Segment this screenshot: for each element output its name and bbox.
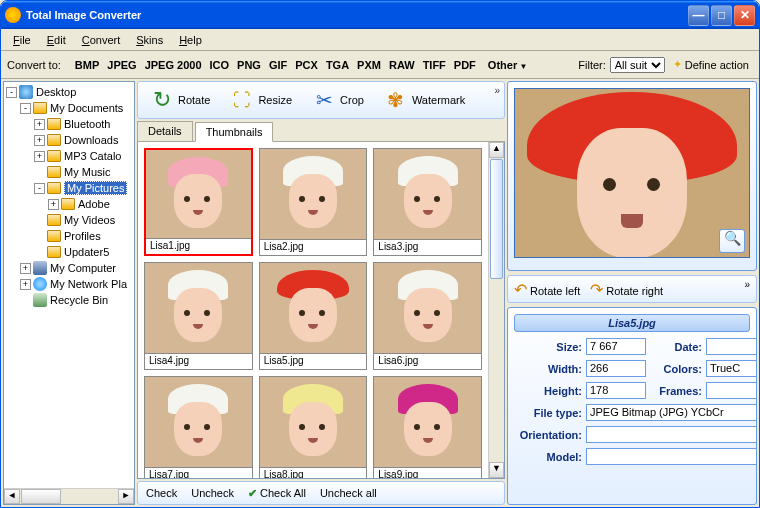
thumbnail-item[interactable]: Lisa3.jpg [373, 148, 482, 256]
expand-icon[interactable]: + [34, 119, 45, 130]
check-button[interactable]: Check [146, 487, 177, 499]
format-gif[interactable]: GIF [265, 57, 291, 73]
comp-icon [33, 261, 47, 275]
expand-icon[interactable]: + [48, 199, 59, 210]
folder-icon [47, 246, 61, 258]
format-jpeg2000[interactable]: JPEG 2000 [141, 57, 206, 73]
toolbar-chevron-icon[interactable]: » [494, 85, 500, 96]
format-tga[interactable]: TGA [322, 57, 353, 73]
rotate-icon: ↻ [150, 88, 174, 112]
menu-help[interactable]: Help [171, 31, 210, 49]
titlebar[interactable]: Total Image Converter — □ ✕ [1, 1, 759, 29]
operations-toolbar: ↻Rotate ⛶Resize ✂Crop ✾Watermark » [137, 81, 505, 119]
format-ico[interactable]: ICO [206, 57, 234, 73]
scroll-up-arrow[interactable]: ▲ [489, 142, 504, 158]
uncheck-button[interactable]: Uncheck [191, 487, 234, 499]
orientation-label: Orientation: [514, 429, 582, 441]
tree-item[interactable]: -My Documents [6, 100, 132, 116]
tree-item[interactable]: -My Pictures [6, 180, 132, 196]
format-png[interactable]: PNG [233, 57, 265, 73]
tree-item[interactable]: My Music [6, 164, 132, 180]
expand-icon[interactable]: + [34, 135, 45, 146]
rotate-left-button[interactable]: ↶ Rotate left [514, 280, 580, 299]
watermark-button[interactable]: ✾Watermark [378, 86, 471, 114]
tree-item-label: Bluetooth [64, 118, 110, 130]
thumbnail-item[interactable]: Lisa8.jpg [259, 376, 368, 478]
width-label: Width: [514, 363, 582, 375]
minimize-button[interactable]: — [688, 5, 709, 26]
expand-icon[interactable]: + [20, 279, 31, 290]
thumbnail-caption: Lisa9.jpg [374, 467, 481, 478]
scroll-thumb[interactable] [21, 489, 61, 504]
tree-horizontal-scrollbar[interactable]: ◄ ► [4, 488, 134, 504]
tab-details[interactable]: Details [137, 121, 193, 141]
menu-convert[interactable]: Convert [74, 31, 129, 49]
define-action-button[interactable]: ✦Define action [669, 56, 753, 73]
expand-icon[interactable]: + [20, 263, 31, 274]
tree-item[interactable]: Updater5 [6, 244, 132, 260]
tree-item[interactable]: +MP3 Catalo [6, 148, 132, 164]
tree-item[interactable]: Profiles [6, 228, 132, 244]
thumbnail-item[interactable]: Lisa1.jpg [144, 148, 253, 256]
format-pxm[interactable]: PXM [353, 57, 385, 73]
folder-icon [47, 230, 61, 242]
format-jpeg[interactable]: JPEG [103, 57, 140, 73]
expand-icon[interactable]: + [34, 151, 45, 162]
filter-select[interactable]: All suit [610, 57, 665, 73]
tree-item[interactable]: +My Computer [6, 260, 132, 276]
net-icon [33, 277, 47, 291]
thumbnail-item[interactable]: Lisa7.jpg [144, 376, 253, 478]
format-pdf[interactable]: PDF [450, 57, 480, 73]
thumbnail-item[interactable]: Lisa2.jpg [259, 148, 368, 256]
format-bmp[interactable]: BMP [71, 57, 103, 73]
thumbnail-image [260, 149, 367, 239]
check-all-button[interactable]: ✔ Check All [248, 487, 306, 500]
resize-button[interactable]: ⛶Resize [224, 86, 298, 114]
uncheck-all-button[interactable]: Uncheck all [320, 487, 377, 499]
format-tiff[interactable]: TIFF [419, 57, 450, 73]
scroll-down-arrow[interactable]: ▼ [489, 462, 504, 478]
tree-item[interactable]: +Downloads [6, 132, 132, 148]
close-button[interactable]: ✕ [734, 5, 755, 26]
thumbnails-grid: Lisa1.jpgLisa2.jpgLisa3.jpgLisa4.jpgLisa… [138, 142, 488, 478]
tree-item-label: Downloads [64, 134, 118, 146]
scroll-right-arrow[interactable]: ► [118, 489, 134, 504]
tree-item[interactable]: +Adobe [6, 196, 132, 212]
thumbnail-item[interactable]: Lisa5.jpg [259, 262, 368, 370]
folder-icon [47, 166, 61, 178]
center-panel: ↻Rotate ⛶Resize ✂Crop ✾Watermark » Detai… [137, 81, 505, 505]
menu-file[interactable]: File [5, 31, 39, 49]
height-value: 178 [586, 382, 646, 399]
tree-item[interactable]: Recycle Bin [6, 292, 132, 308]
scroll-thumb[interactable] [490, 159, 503, 279]
format-pcx[interactable]: PCX [291, 57, 322, 73]
tree-item[interactable]: My Videos [6, 212, 132, 228]
folder-tree-panel[interactable]: - Desktop -My Documents+Bluetooth+Downlo… [3, 81, 135, 505]
tree-item[interactable]: +My Network Pla [6, 276, 132, 292]
other-formats-button[interactable]: Other [484, 57, 531, 73]
menu-edit[interactable]: Edit [39, 31, 74, 49]
tree-item[interactable]: +Bluetooth [6, 116, 132, 132]
thumbnail-caption: Lisa4.jpg [145, 353, 252, 369]
menu-skins[interactable]: Skins [128, 31, 171, 49]
zoom-button[interactable]: 🔍 [719, 229, 745, 253]
scroll-left-arrow[interactable]: ◄ [4, 489, 20, 504]
thumbnail-item[interactable]: Lisa9.jpg [373, 376, 482, 478]
collapse-icon[interactable]: - [34, 183, 45, 194]
collapse-icon[interactable]: - [6, 87, 17, 98]
rotate-left-icon: ↶ [514, 281, 527, 298]
thumbnail-item[interactable]: Lisa6.jpg [373, 262, 482, 370]
thumbnail-item[interactable]: Lisa4.jpg [144, 262, 253, 370]
collapse-icon[interactable]: - [20, 103, 31, 114]
format-raw[interactable]: RAW [385, 57, 419, 73]
app-window: Total Image Converter — □ ✕ FileEditConv… [0, 0, 760, 508]
maximize-button[interactable]: □ [711, 5, 732, 26]
tab-thumbnails[interactable]: Thumbnails [195, 122, 274, 142]
thumbnails-vertical-scrollbar[interactable]: ▲ ▼ [488, 142, 504, 478]
rotate-button[interactable]: ↻Rotate [144, 86, 216, 114]
crop-button[interactable]: ✂Crop [306, 86, 370, 114]
panel-chevron-icon[interactable]: » [744, 279, 750, 290]
tree-root-desktop[interactable]: - Desktop [6, 84, 132, 100]
preview-image[interactable]: 🔍 [514, 88, 750, 258]
rotate-right-button[interactable]: ↷ Rotate right [590, 280, 663, 299]
